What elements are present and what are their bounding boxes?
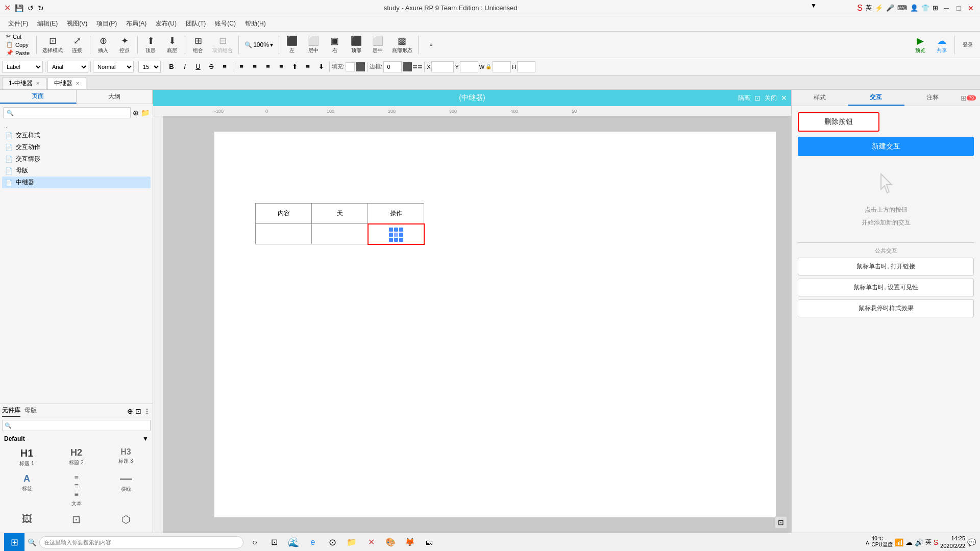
align-bottom-button[interactable]: ▩ 底部形态 <box>389 34 415 55</box>
taskbar-explorer-icon[interactable]: 📁 <box>344 534 360 550</box>
border-color-btn[interactable] <box>403 62 412 71</box>
underline-button[interactable]: U <box>192 61 204 73</box>
text-valign-bottom-button[interactable]: ⬇ <box>315 61 327 73</box>
comp-copy-icon[interactable]: ⊡ <box>135 407 141 415</box>
group-button[interactable]: ⊞ 组合 <box>188 34 208 55</box>
more-button[interactable]: » <box>421 41 442 48</box>
text-valign-mid-button[interactable]: ≡ <box>302 61 314 73</box>
start-button[interactable]: ⊞ <box>4 533 24 552</box>
list-button[interactable]: ≡ <box>218 61 231 73</box>
cut-button[interactable]: ✂ Cut <box>5 33 31 40</box>
select-mode-button[interactable]: ⊡ 选择模式 <box>39 34 66 55</box>
y-input[interactable]: 7 <box>460 61 478 72</box>
ungroup-button[interactable]: ⊟ 取消组合 <box>209 34 236 55</box>
notes-tab[interactable]: 注释 <box>904 90 961 106</box>
bold-button[interactable]: B <box>165 61 178 73</box>
taskbar-folder-icon[interactable]: 🗂 <box>421 534 437 550</box>
comp-item-8[interactable]: ⊡ <box>53 511 100 529</box>
pages-tab[interactable]: 页面 <box>0 90 77 104</box>
align-left-button[interactable]: ⬛ 左 <box>282 34 302 55</box>
text-align-center-button[interactable]: ≡ <box>249 61 261 73</box>
font-select[interactable]: Arial <box>47 61 88 73</box>
size-select[interactable]: 15 <box>138 61 161 73</box>
taskbar-taskview-icon[interactable]: ⊡ <box>266 534 282 550</box>
fill-transparent-btn[interactable] <box>346 62 355 71</box>
align-center-v-button[interactable]: ⬜ 层中 <box>368 34 388 55</box>
redo-icon[interactable]: ↻ <box>38 4 44 12</box>
masters-tab[interactable]: 母版 <box>24 406 37 417</box>
taskbar-ie-icon[interactable]: e <box>305 534 321 550</box>
w-input[interactable]: 30 <box>493 61 511 72</box>
comp-search-input[interactable] <box>2 420 151 431</box>
lang-switch[interactable]: 英 <box>866 4 872 12</box>
page-item-interaction-style[interactable]: 📄 交互样式 <box>2 130 151 141</box>
taskbar-axure-icon[interactable]: ✕ <box>363 534 379 550</box>
text-align-justify-button[interactable]: ≡ <box>275 61 287 73</box>
taskbar-app1-icon[interactable]: 🎨 <box>382 534 399 550</box>
paste-button[interactable]: 📌 Paste <box>5 49 31 57</box>
x-input[interactable]: 233 <box>431 61 454 72</box>
delete-button[interactable]: 删除按钮 <box>798 112 879 132</box>
sougou-tray-icon[interactable]: S <box>934 538 938 546</box>
page-item-repeater[interactable]: 📄 中继器 <box>2 177 151 188</box>
bottom-layer-button[interactable]: ⬇ 底层 <box>162 34 182 55</box>
tab-zhongjiqi-close-button[interactable]: ✕ <box>76 81 80 86</box>
comp-item-h1[interactable]: H1 标题 1 <box>3 445 51 469</box>
comp-item-9[interactable]: ⬡ <box>102 511 150 529</box>
comp-item-label[interactable]: A 标签 <box>3 471 51 509</box>
input-lang[interactable]: 英 <box>925 538 932 546</box>
menu-help[interactable]: 帮助(H) <box>241 18 270 29</box>
menu-layout[interactable]: 布局(A) <box>122 18 151 29</box>
taskbar-firefox-icon[interactable]: 🦊 <box>402 534 418 550</box>
fill-color-btn[interactable] <box>356 62 365 71</box>
network-icon[interactable]: 📶 <box>895 538 903 546</box>
taskbar-search-input[interactable] <box>39 536 243 548</box>
h-input[interactable]: 17 <box>517 61 535 72</box>
comp-item-7[interactable]: 🖼 <box>3 511 51 529</box>
menu-project[interactable]: 项目(P) <box>92 18 121 29</box>
strikethrough-button[interactable]: S <box>205 61 217 73</box>
text-valign-top-button[interactable]: ⬆ <box>288 61 301 73</box>
control-point-button[interactable]: ✦ 控点 <box>114 34 135 55</box>
tab-zhongjiqi[interactable]: 中继器 ✕ <box>47 77 86 89</box>
share-button[interactable]: ☁ 共享 <box>932 34 952 55</box>
taskbar-chrome-icon[interactable]: ⊙ <box>324 534 340 550</box>
user-icon[interactable]: 👤 <box>910 4 918 12</box>
audio-icon[interactable]: 🎤 <box>886 4 894 12</box>
menu-account[interactable]: 账号(C) <box>211 18 240 29</box>
align-center-h-button[interactable]: ⬜ 层中 <box>303 34 324 55</box>
close-canvas-icon[interactable]: ✕ <box>781 94 787 102</box>
page-item-master[interactable]: 📄 母版 <box>2 165 151 177</box>
tab-1-close-button[interactable]: ✕ <box>36 81 40 86</box>
comp-item-text[interactable]: ≡≡≡ 文本 <box>53 471 100 509</box>
isolate-button[interactable]: 隔离 <box>738 94 750 103</box>
style-select[interactable]: Normal <box>93 61 134 73</box>
maximize-button[interactable]: □ <box>953 3 964 13</box>
widget-library-tab[interactable]: 元件库 <box>2 406 20 417</box>
comp-more-icon[interactable]: ⋮ <box>143 407 151 415</box>
new-interaction-button[interactable]: 新建交互 <box>798 137 974 156</box>
public-btn-set-visibility[interactable]: 鼠标单击时, 设置可见性 <box>798 279 974 296</box>
taskbar-cortana-icon[interactable]: ○ <box>247 534 263 550</box>
close-button[interactable]: ✕ <box>966 3 976 13</box>
grid-icon[interactable]: ⊞ <box>933 4 938 12</box>
notification-icon[interactable]: 💬 <box>967 538 976 546</box>
interaction-tab[interactable]: 交互 <box>848 90 904 106</box>
menu-file[interactable]: 文件(F) <box>4 18 32 29</box>
close-canvas-button[interactable]: 关闭 <box>765 94 777 103</box>
public-btn-open-link[interactable]: 鼠标单击时, 打开链接 <box>798 258 974 276</box>
comp-category-default[interactable]: Default ▼ <box>2 434 151 443</box>
canvas-content[interactable]: 内容 天 操作 <box>163 116 791 533</box>
copy-button[interactable]: 📋 Copy <box>5 41 31 48</box>
align-top-button[interactable]: ⬛ 顶部 <box>346 34 366 55</box>
volume-icon[interactable]: 🔊 <box>915 538 923 546</box>
minimize-button[interactable]: ─ <box>941 3 951 13</box>
add-page-icon[interactable]: ⊕ <box>133 109 139 117</box>
page-item-interaction-state[interactable]: 📄 交互情形 <box>2 153 151 165</box>
text-align-right-button[interactable]: ≡ <box>262 61 274 73</box>
folder-icon[interactable]: 📁 <box>141 109 150 117</box>
border-style-btn[interactable] <box>413 65 422 68</box>
shirt-icon[interactable]: 👕 <box>921 4 929 12</box>
save-icon[interactable]: 💾 <box>15 4 23 12</box>
insert-button[interactable]: ⊕ 插入 <box>93 34 113 55</box>
